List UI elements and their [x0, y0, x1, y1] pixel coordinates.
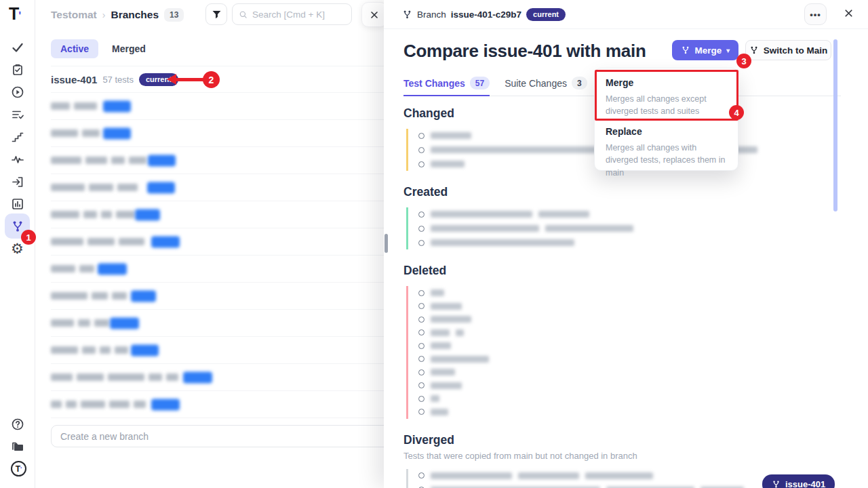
redacted-branch-name — [79, 265, 94, 272]
redacted-test-title — [585, 472, 653, 479]
redacted-test-item[interactable] — [418, 329, 841, 337]
redacted-test-title — [538, 211, 589, 218]
test-circle-icon — [418, 472, 425, 479]
redacted-branch-name — [115, 346, 128, 354]
branch-row-redacted[interactable] — [51, 120, 405, 147]
projects-folder-icon[interactable] — [11, 440, 24, 453]
branch-row-redacted[interactable] — [51, 256, 405, 283]
branch-row-current[interactable]: issue-401 57 tests current — [51, 66, 405, 93]
help-icon[interactable] — [11, 418, 24, 431]
search-box — [232, 3, 352, 25]
redacted-test-title — [431, 316, 471, 323]
filter-button[interactable] — [205, 3, 227, 25]
redacted-branch-name — [111, 157, 125, 164]
branch-filter-tabs: Active Merged — [51, 39, 147, 58]
breadcrumb-project[interactable]: Testomat — [51, 9, 97, 21]
branch-row-redacted[interactable] — [51, 174, 405, 201]
redacted-tests-badge — [103, 127, 131, 139]
branch-row-redacted[interactable] — [51, 364, 405, 391]
more-options-button[interactable]: ••• — [804, 3, 827, 25]
redacted-test-item[interactable] — [418, 289, 841, 297]
tab-active-branches[interactable]: Active — [51, 39, 98, 58]
drawer-resize-handle[interactable] — [384, 234, 388, 253]
annotation-step-1: 1 — [21, 230, 36, 245]
analytics-pulse-icon[interactable] — [11, 152, 24, 166]
test-circle-icon — [418, 329, 425, 336]
created-list — [406, 207, 841, 249]
redacted-tests-badge — [147, 182, 175, 193]
redacted-test-title — [431, 369, 455, 375]
redacted-test-title — [431, 225, 539, 232]
branch-row-redacted[interactable] — [51, 310, 405, 337]
annotation-highlight-rect — [595, 70, 738, 121]
redacted-branch-name — [117, 184, 138, 191]
merge-button[interactable]: Merge ▾ — [672, 40, 738, 60]
redacted-branch-name — [51, 265, 75, 272]
branch-row-redacted[interactable] — [51, 337, 405, 364]
test-circle-icon — [418, 303, 425, 309]
steps-stairs-icon[interactable] — [11, 130, 24, 144]
branch-row-redacted[interactable] — [51, 391, 405, 418]
branch-row-redacted[interactable] — [51, 147, 405, 174]
redacted-test-item[interactable] — [418, 342, 841, 350]
redacted-test-item[interactable] — [418, 302, 841, 310]
branch-name[interactable]: issue-401 — [51, 74, 97, 85]
branch-row-redacted[interactable] — [51, 201, 405, 228]
redacted-branch-name — [166, 373, 178, 381]
redacted-test-item[interactable] — [418, 210, 841, 218]
redacted-test-item[interactable] — [418, 224, 841, 232]
redacted-branch-name — [51, 238, 83, 245]
tab-test-changes[interactable]: Test Changes 57 — [403, 77, 490, 96]
redacted-branch-name — [92, 292, 108, 300]
redacted-test-item[interactable] — [418, 394, 841, 403]
drawer-scrollbar[interactable] — [833, 39, 837, 211]
search-input[interactable] — [252, 9, 345, 20]
redacted-tests-badge — [135, 209, 160, 220]
list-check-icon[interactable] — [11, 108, 24, 121]
reports-chart-icon[interactable] — [11, 197, 24, 211]
diverged-subtitle: Tests that were copied from main but not… — [403, 451, 841, 461]
runs-play-icon[interactable] — [11, 85, 24, 99]
account-avatar-icon[interactable]: T' — [11, 461, 24, 474]
redacted-test-title — [431, 382, 462, 389]
annotation-arrow — [167, 74, 205, 85]
redacted-tests-badge — [151, 236, 180, 247]
redacted-test-title — [431, 409, 448, 415]
redacted-test-title — [431, 132, 471, 139]
tab-merged-branches[interactable]: Merged — [111, 39, 147, 58]
drawer-close-icon[interactable] — [843, 7, 854, 22]
branch-row-redacted[interactable] — [51, 228, 405, 256]
redacted-test-title — [431, 395, 439, 402]
dropdown-item-replace[interactable]: Replace Merges all changes with diverged… — [606, 126, 727, 178]
branch-row-redacted[interactable] — [51, 93, 405, 120]
current-branch-floating-badge[interactable]: issue-401 — [762, 474, 835, 488]
redacted-test-item[interactable] — [418, 239, 841, 247]
redacted-test-item[interactable] — [418, 408, 841, 416]
redacted-tests-badge — [183, 371, 212, 383]
app-sidebar: T' ⚙ T' 1 — [0, 0, 35, 488]
section-created-title: Created — [403, 185, 841, 199]
test-circle-icon — [418, 211, 425, 218]
settings-gear-icon[interactable]: ⚙ — [11, 242, 24, 256]
branch-row-redacted[interactable] — [51, 283, 405, 310]
redacted-test-title — [431, 342, 451, 349]
redacted-test-item[interactable] — [418, 355, 841, 363]
create-branch-input[interactable] — [51, 425, 431, 447]
search-icon — [239, 9, 248, 20]
redacted-branch-name — [94, 319, 109, 327]
test-plan-clipboard-icon[interactable] — [11, 63, 24, 77]
tab-suite-changes[interactable]: Suite Changes 3 — [505, 77, 587, 96]
redacted-test-item[interactable] — [418, 315, 841, 323]
drawer-header: Branch issue-401-c29b7 current ••• — [384, 0, 868, 29]
import-icon[interactable] — [11, 175, 24, 188]
redacted-branch-name — [81, 401, 105, 408]
tests-check-icon[interactable] — [11, 41, 24, 54]
redacted-test-item[interactable] — [418, 368, 841, 376]
testomat-logo[interactable]: T' — [9, 4, 20, 24]
redacted-test-item[interactable] — [418, 382, 841, 390]
switch-to-main-button[interactable]: Switch to Main — [745, 40, 831, 60]
drawer-branch-label: Branch — [417, 9, 446, 20]
redacted-tests-badge — [148, 155, 176, 166]
redacted-branch-name — [101, 211, 112, 218]
redacted-branch-name — [82, 129, 100, 137]
